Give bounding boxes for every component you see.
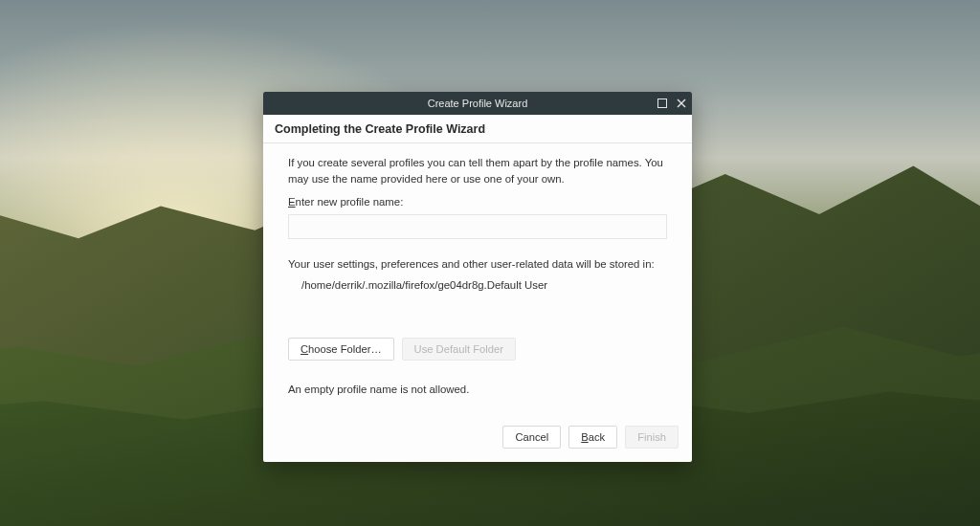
create-profile-wizard-window: Create Profile Wizard Completing the Cre… [263, 92, 692, 462]
intro-text: If you create several profiles you can t… [288, 155, 667, 186]
close-icon[interactable] [675, 97, 688, 110]
storage-message: Your user settings, preferences and othe… [288, 256, 667, 273]
use-default-folder-button: Use Default Folder [402, 338, 516, 361]
window-titlebar[interactable]: Create Profile Wizard [263, 92, 692, 115]
maximize-icon[interactable] [656, 97, 669, 110]
error-message: An empty profile name is not allowed. [288, 382, 667, 398]
wizard-footer: Cancel Back Finish [263, 426, 692, 462]
profile-name-input[interactable] [288, 214, 667, 239]
cancel-button[interactable]: Cancel [502, 426, 561, 449]
wizard-heading: Completing the Create Profile Wizard [263, 115, 692, 143]
folder-buttons: Choose Folder… Use Default Folder [288, 338, 667, 361]
desktop-wallpaper: Create Profile Wizard Completing the Cre… [0, 0, 980, 526]
window-controls [656, 92, 688, 115]
storage-path: /home/derrik/.mozilla/firefox/ge04dr8g.D… [301, 277, 667, 294]
wizard-body: If you create several profiles you can t… [263, 143, 692, 426]
back-button[interactable]: Back [568, 426, 617, 449]
profile-name-label: Enter new profile name: [288, 194, 667, 210]
finish-button: Finish [625, 426, 679, 449]
window-title: Create Profile Wizard [428, 98, 528, 109]
choose-folder-button[interactable]: Choose Folder… [288, 338, 394, 361]
